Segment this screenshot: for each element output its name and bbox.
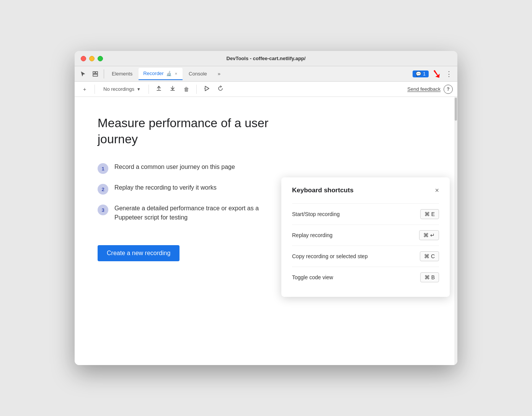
devtools-more-btn[interactable]: ⋮ xyxy=(444,69,454,79)
recorder-tab-label: Recorder xyxy=(143,70,163,76)
shortcuts-close-btn[interactable]: × xyxy=(435,187,439,194)
shortcut-label-3: Copy recording or selected step xyxy=(292,253,368,259)
window-title: DevTools - coffee-cart.netlify.app/ xyxy=(227,56,306,61)
layers-icon-btn[interactable] xyxy=(90,69,101,79)
shortcut-label-1: Start/Stop recording xyxy=(292,211,340,217)
shortcut-key-4: ⌘ B xyxy=(420,272,439,282)
shortcut-row-3: Copy recording or selected step ⌘ C xyxy=(292,246,439,267)
shortcuts-popup: Keyboard shortcuts × Start/Stop recordin… xyxy=(281,177,450,297)
import-btn[interactable] xyxy=(167,84,178,95)
step-item-2: 2 Replay the recording to verify it work… xyxy=(98,183,281,195)
play-btn[interactable] xyxy=(201,84,212,95)
toolbar-divider-3 xyxy=(196,85,197,94)
svg-rect-0 xyxy=(93,72,95,74)
shortcut-key-1: ⌘ E xyxy=(420,209,439,219)
notification-icon: 💬 xyxy=(416,71,421,77)
export-btn[interactable] xyxy=(153,84,164,95)
help-btn[interactable]: ? xyxy=(444,85,453,94)
notification-count: 1 xyxy=(423,71,426,77)
step-number-2: 2 xyxy=(98,184,108,195)
recorder-toolbar: + No recordings ▾ 🗑 xyxy=(75,82,457,97)
shortcut-key-2: ⌘ ↵ xyxy=(419,230,439,240)
no-recordings-label: No recordings xyxy=(103,86,134,92)
fullscreen-button[interactable] xyxy=(98,56,103,61)
step-number-3: 3 xyxy=(98,205,108,215)
cursor-icon xyxy=(80,71,86,77)
more-tabs-icon: » xyxy=(218,71,220,77)
steps-list: 1 Record a common user journey on this p… xyxy=(98,162,281,222)
shortcuts-title: Keyboard shortcuts xyxy=(292,187,354,194)
devtools-window: DevTools - coffee-cart.netlify.app/ Elem… xyxy=(75,51,457,365)
svg-rect-2 xyxy=(93,74,98,76)
recorder-tab-close[interactable]: × xyxy=(174,70,178,77)
elements-tab-label: Elements xyxy=(112,71,132,77)
shortcuts-header: Keyboard shortcuts × xyxy=(292,187,439,194)
cursor-icon-btn[interactable] xyxy=(78,69,88,79)
toolbar-divider-2 xyxy=(149,85,149,94)
recorder-tab-icon: 🔬 xyxy=(166,71,172,76)
shortcut-label-4: Toggle code view xyxy=(292,274,333,280)
shortcut-row-2: Replay recording ⌘ ↵ xyxy=(292,224,439,246)
export-icon xyxy=(156,85,162,93)
question-mark-icon: ? xyxy=(447,87,449,92)
layers-icon xyxy=(92,71,98,77)
step-text-2: Replay the recording to verify it works xyxy=(114,183,217,192)
create-recording-btn[interactable]: Create a new recording xyxy=(98,245,180,261)
shortcut-label-2: Replay recording xyxy=(292,232,333,238)
traffic-lights xyxy=(81,56,103,61)
tab-recorder[interactable]: Recorder 🔬 × xyxy=(139,68,183,80)
add-recording-btn[interactable]: + xyxy=(79,84,90,95)
main-content: Measure performance of a user journey 1 … xyxy=(75,97,457,365)
step-number-1: 1 xyxy=(98,163,108,174)
toolbar-divider-1 xyxy=(95,85,95,94)
import-icon xyxy=(170,85,176,93)
step-text-1: Record a common user journey on this pag… xyxy=(114,162,235,172)
delete-btn[interactable]: 🗑 xyxy=(181,84,192,95)
step-item-1: 1 Record a common user journey on this p… xyxy=(98,162,281,174)
tabs-divider-1 xyxy=(104,69,104,79)
shortcut-row-4: Toggle code view ⌘ B xyxy=(292,267,439,288)
title-bar: DevTools - coffee-cart.netlify.app/ xyxy=(75,51,457,66)
main-heading: Measure performance of a user journey xyxy=(98,115,281,147)
close-icon: × xyxy=(435,187,439,194)
delete-icon: 🗑 xyxy=(184,86,189,92)
shortcut-row-1: Start/Stop recording ⌘ E xyxy=(292,203,439,224)
recordings-dropdown[interactable]: No recordings ▾ xyxy=(100,85,144,93)
step-item-3: 3 Generate a detailed performance trace … xyxy=(98,204,281,222)
dropdown-chevron-icon: ▾ xyxy=(137,86,140,92)
notification-badge[interactable]: 💬 1 xyxy=(413,70,429,77)
minimize-button[interactable] xyxy=(89,56,95,61)
tabs-bar: Elements Recorder 🔬 × Console » 💬 1 ➘ ⋮ xyxy=(75,66,457,82)
svg-rect-1 xyxy=(96,72,98,74)
replay-btn[interactable] xyxy=(215,84,226,95)
tab-elements[interactable]: Elements xyxy=(107,68,137,80)
close-button[interactable] xyxy=(81,56,86,61)
play-icon xyxy=(204,85,210,93)
add-icon: + xyxy=(83,86,86,92)
scrollbar-thumb[interactable] xyxy=(455,98,457,121)
scrollbar-track[interactable] xyxy=(454,97,457,365)
send-feedback-btn[interactable]: Send feedback xyxy=(407,86,441,92)
main-area: Measure performance of a user journey 1 … xyxy=(75,97,457,365)
svg-marker-3 xyxy=(205,86,209,91)
highlight-arrow: ➘ xyxy=(431,66,443,82)
console-tab-label: Console xyxy=(189,71,207,77)
replay-icon xyxy=(217,85,224,93)
tab-more[interactable]: » xyxy=(213,68,225,80)
shortcut-key-3: ⌘ C xyxy=(420,251,439,261)
step-text-3: Generate a detailed performance trace or… xyxy=(114,204,281,222)
tab-console[interactable]: Console xyxy=(184,68,212,80)
